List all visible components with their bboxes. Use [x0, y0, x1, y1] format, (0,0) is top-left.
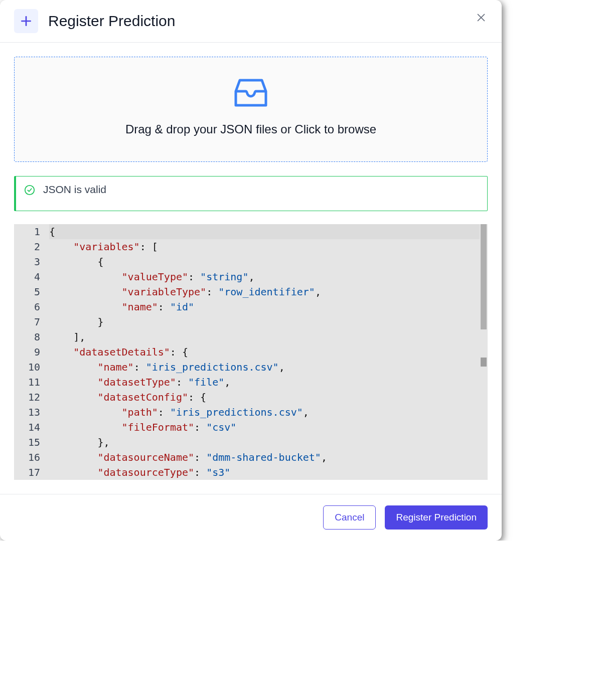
check-circle-icon	[24, 185, 35, 196]
modal-footer: Cancel Register Prediction	[0, 494, 502, 541]
validation-status: JSON is valid	[14, 176, 488, 211]
plus-icon	[14, 9, 38, 33]
dropzone-text: Drag & drop your JSON files or Click to …	[25, 122, 477, 136]
modal-body: Drag & drop your JSON files or Click to …	[0, 43, 502, 494]
scroll-marker	[481, 358, 487, 367]
modal-header: Register Prediction	[0, 0, 502, 43]
svg-point-4	[25, 186, 34, 195]
json-editor[interactable]: 1234567891011121314151617 { "variables":…	[14, 224, 488, 480]
line-numbers: 1234567891011121314151617	[14, 224, 49, 480]
register-prediction-button[interactable]: Register Prediction	[385, 505, 488, 530]
file-dropzone[interactable]: Drag & drop your JSON files or Click to …	[14, 57, 488, 162]
inbox-icon	[25, 77, 477, 108]
scroll-thumb[interactable]	[481, 224, 487, 329]
register-prediction-modal: Register Prediction Drag & drop your JSO…	[0, 0, 502, 541]
editor-scrollbar[interactable]	[480, 224, 488, 480]
close-button[interactable]	[476, 12, 488, 24]
cancel-button[interactable]: Cancel	[323, 505, 376, 530]
close-icon	[476, 12, 487, 23]
validation-message: JSON is valid	[43, 184, 106, 196]
modal-title: Register Prediction	[48, 13, 175, 30]
code-content[interactable]: { "variables": [ { "valueType": "string"…	[49, 224, 488, 480]
